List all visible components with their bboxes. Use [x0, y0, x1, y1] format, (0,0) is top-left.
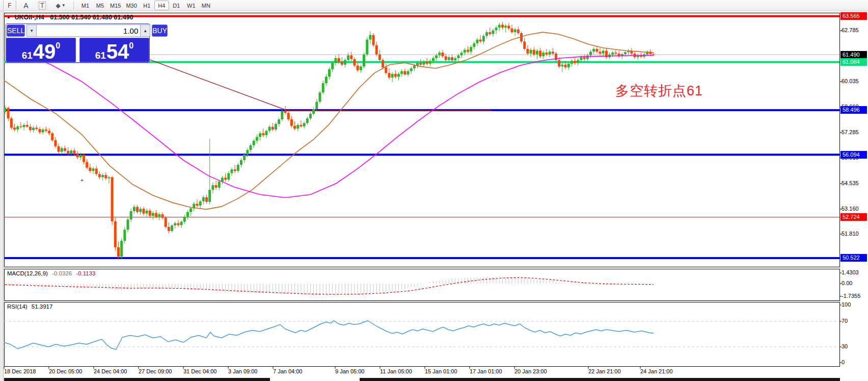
buy-price-prefix: 61 [95, 50, 106, 60]
sell-price-pip: 0 [56, 42, 60, 50]
rsi-scale-label: 100 [842, 301, 865, 308]
price-axis-label: 51.810 [842, 231, 865, 237]
buy-button[interactable]: BUY [152, 24, 168, 37]
sell-price-prefix: 61 [22, 50, 33, 60]
price-badge: 52.724 [840, 213, 867, 221]
price-badge: 61.084 [840, 58, 867, 66]
timeframe-button-m1[interactable]: M1 [78, 1, 93, 10]
bottom-window-strip-left [4, 378, 270, 381]
price-axis-label: 62.785 [842, 27, 865, 33]
date-axis-label: 15 Jan 01:00 [425, 368, 457, 374]
date-axis-label: 20 Jan 23:00 [514, 368, 547, 374]
volume-stepper: ▼ ▲ [26, 24, 150, 37]
date-axis-label: 18 Dec 2018 [4, 368, 36, 374]
date-axis-label: 3 Jan 09:00 [228, 368, 258, 374]
trade-panel-top-row: SELL ▼ ▲ BUY [6, 24, 149, 37]
timeframe-button-h1[interactable]: H1 [140, 1, 154, 10]
top-toolbar: F A T ◆ ▼ M1M5M15M30H1H4D1W1MN [0, 0, 868, 11]
timeframe-button-h4[interactable]: H4 [154, 1, 169, 10]
price-badge: 61.490 [840, 51, 867, 59]
one-click-trade-panel: SELL ▼ ▲ BUY 61 49 0 61 54 0 [6, 23, 150, 63]
date-axis-label: 7 Jan 04:00 [273, 368, 303, 374]
date-axis-label: 24 Dec 04:00 [94, 368, 127, 374]
buy-price-big: 54 [106, 43, 129, 60]
price-axis-label: 58.660 [842, 104, 865, 110]
price-axis-label: 54.535 [842, 180, 865, 186]
buy-price-pip: 0 [129, 42, 133, 50]
volume-increase-button[interactable]: ▲ [140, 24, 150, 37]
bottom-window-strip-right [360, 378, 840, 381]
objects-glyph: ◆ [56, 2, 60, 9]
timeframe-button-m5[interactable]: M5 [93, 1, 107, 10]
price-axis-label: 57.285 [842, 129, 865, 135]
price-badge: 56.094 [840, 151, 867, 159]
objects-list-icon[interactable]: ◆ ▼ [52, 1, 69, 10]
sell-price-display[interactable]: 61 49 0 [6, 38, 76, 62]
volume-input[interactable] [37, 24, 140, 37]
text-label-icon[interactable]: T [36, 1, 49, 10]
macd-indicator-plot[interactable] [4, 269, 840, 301]
sell-price-big: 49 [33, 43, 56, 60]
price-badge: 50.522 [840, 254, 867, 262]
date-axis-label: 20 Dec 05:00 [49, 368, 82, 374]
rsi-scale-label: 0 [842, 359, 865, 365]
date-axis-label: 24 Jan 21:00 [640, 368, 673, 374]
date-axis-label: 22 Jan 21:00 [588, 368, 621, 374]
rsi-indicator-plot[interactable] [4, 302, 840, 367]
rsi-scale-label: 70 [842, 318, 865, 324]
timeframe-button-m30[interactable]: M30 [123, 1, 139, 10]
window-left-edge [0, 11, 4, 381]
date-axis-label: 9 Jan 05:00 [335, 368, 365, 374]
trading-terminal-window: F A T ◆ ▼ M1M5M15M30H1H4D1W1MN ▲ UKOil-,… [0, 0, 868, 381]
buy-price-display[interactable]: 61 54 0 [79, 38, 149, 62]
price-axis-label: 53.160 [842, 206, 865, 212]
timeframe-button-group: M1M5M15M30H1H4D1W1MN [78, 1, 213, 10]
sell-button[interactable]: SELL [7, 24, 25, 37]
date-axis-label: 17 Jan 01:00 [470, 368, 502, 374]
trade-panel-price-row: 61 49 0 61 54 0 [6, 38, 149, 62]
grid-f-icon[interactable]: F [3, 1, 16, 10]
date-axis-label: 27 Dec 09:00 [139, 368, 172, 374]
rsi-scale-label: 30 [842, 343, 865, 349]
macd-scale-label: 1.4303 [842, 269, 865, 275]
macd-scale-label: 0.00 [842, 280, 865, 286]
price-axis-label: 55.910 [842, 155, 865, 161]
price-badge: 63.565 [840, 12, 867, 20]
macd-scale-label: -1.7355 [842, 293, 865, 299]
timeframe-button-d1[interactable]: D1 [169, 1, 184, 10]
timeframe-button-w1[interactable]: W1 [184, 1, 199, 10]
timeframe-button-m15[interactable]: M15 [107, 1, 123, 10]
text-a-icon[interactable]: A [19, 1, 33, 10]
toolbar-separator [73, 2, 74, 10]
dropdown-caret-icon: ▼ [62, 3, 66, 8]
timeframe-button-mn[interactable]: MN [199, 1, 213, 10]
date-axis-label: 31 Dec 04:00 [183, 368, 216, 374]
text-t-glyph: T [39, 2, 45, 10]
price-badge: 58.496 [840, 106, 867, 114]
volume-decrease-button[interactable]: ▼ [26, 24, 37, 37]
price-axis-label: 60.035 [842, 78, 865, 84]
date-axis-label: 11 Jan 05:00 [380, 368, 412, 374]
